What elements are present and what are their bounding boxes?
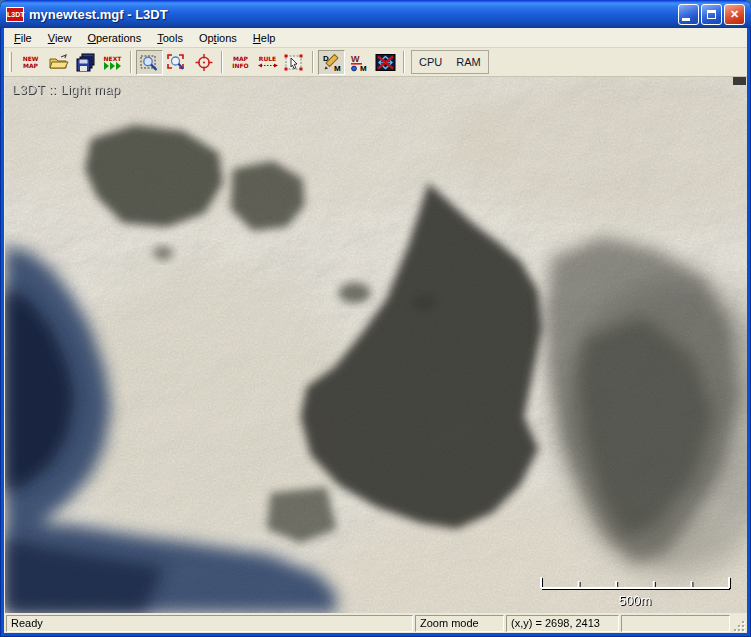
toolbar-separator — [403, 51, 405, 73]
cpu-button[interactable]: CPU — [412, 51, 449, 73]
menu-tools[interactable]: Tools — [149, 28, 191, 47]
titlebar[interactable]: L3DT mynewtest.mgf - L3DT ✕ — [0, 0, 751, 28]
minimize-icon — [682, 18, 690, 21]
edit-water-map-button[interactable]: W M — [345, 50, 372, 75]
viewport-title: L3DT :: Light map — [12, 82, 120, 97]
map-info-icon: MAP — [233, 55, 248, 62]
open-file-button[interactable] — [44, 50, 72, 75]
close-button[interactable]: ✕ — [724, 4, 745, 25]
select-region-button[interactable] — [281, 50, 308, 75]
maximize-icon — [707, 10, 716, 19]
toolbar-separator — [312, 51, 314, 73]
menu-options[interactable]: Options — [191, 28, 245, 47]
minimize-button[interactable] — [678, 4, 699, 25]
magnifier-select-icon — [140, 53, 160, 72]
window-title: mynewtest.mgf - L3DT — [29, 7, 678, 22]
toolbar-separator — [221, 51, 223, 73]
water-level-icon: W M — [349, 53, 369, 72]
rule-label: RULE — [259, 55, 276, 62]
system-monitor-group: CPU RAM — [411, 50, 489, 74]
new-map-icon: NEW — [23, 55, 39, 62]
scale-bar-icon — [539, 575, 731, 591]
ruler-button[interactable]: RULE — [254, 50, 281, 75]
menubar: File View Operations Tools Options Help — [4, 28, 747, 48]
next-arrows-icon — [103, 62, 123, 70]
status-mode: Zoom mode — [415, 615, 504, 632]
toolbar: NEW MAP NEXT — [4, 48, 747, 77]
new-map-button[interactable]: NEW MAP — [17, 50, 44, 75]
pencil-icon: D M — [322, 53, 342, 72]
svg-text:M: M — [334, 64, 341, 72]
sapphire-disabled-icon — [375, 53, 396, 72]
floppy-stack-icon — [75, 53, 96, 72]
toolbar-separator — [130, 51, 132, 73]
measure-arrow-icon — [258, 62, 278, 69]
sapphire-3d-button[interactable] — [372, 50, 399, 75]
scale-bar: 500m — [539, 575, 731, 609]
svg-text:M: M — [360, 64, 367, 72]
toolbar-grip[interactable] — [9, 52, 12, 72]
ram-button[interactable]: RAM — [449, 51, 487, 73]
close-icon: ✕ — [730, 9, 739, 20]
menu-file[interactable]: File — [6, 28, 40, 47]
svg-text:W: W — [351, 54, 360, 64]
terrain-lightmap — [5, 77, 747, 613]
magnifier-brackets-icon — [167, 53, 187, 72]
maximize-button[interactable] — [701, 4, 722, 25]
status-empty-panel — [621, 615, 730, 632]
edit-design-map-button[interactable]: D M — [318, 50, 345, 75]
menu-view[interactable]: View — [40, 28, 80, 47]
map-viewport[interactable]: L3DT :: Light map 500m — [4, 77, 747, 613]
next-operation-button[interactable]: NEXT — [99, 50, 126, 75]
l3dt-window: L3DT mynewtest.mgf - L3DT ✕ File View Op… — [0, 0, 751, 637]
map-info-button[interactable]: MAP INFO — [227, 50, 254, 75]
scale-label: 500m — [619, 594, 652, 608]
selection-cursor-icon — [284, 53, 305, 72]
center-view-button[interactable] — [190, 50, 217, 75]
folder-open-icon — [47, 53, 69, 71]
status-message: Ready — [6, 615, 413, 632]
menu-operations[interactable]: Operations — [79, 28, 149, 47]
statusbar: Ready Zoom mode (x,y) = 2698, 2413 — [4, 613, 747, 633]
viewport-corner-nub — [733, 77, 746, 85]
menu-help[interactable]: Help — [245, 28, 284, 47]
next-label: NEXT — [104, 55, 122, 62]
zoom-tool-button[interactable] — [136, 50, 163, 75]
zoom-extents-button[interactable] — [163, 50, 190, 75]
save-all-button[interactable] — [72, 50, 99, 75]
crosshair-icon — [194, 53, 214, 72]
resize-grip[interactable] — [732, 615, 745, 632]
status-coordinates: (x,y) = 2698, 2413 — [506, 615, 619, 632]
l3dt-logo-icon: L3DT — [6, 7, 24, 22]
